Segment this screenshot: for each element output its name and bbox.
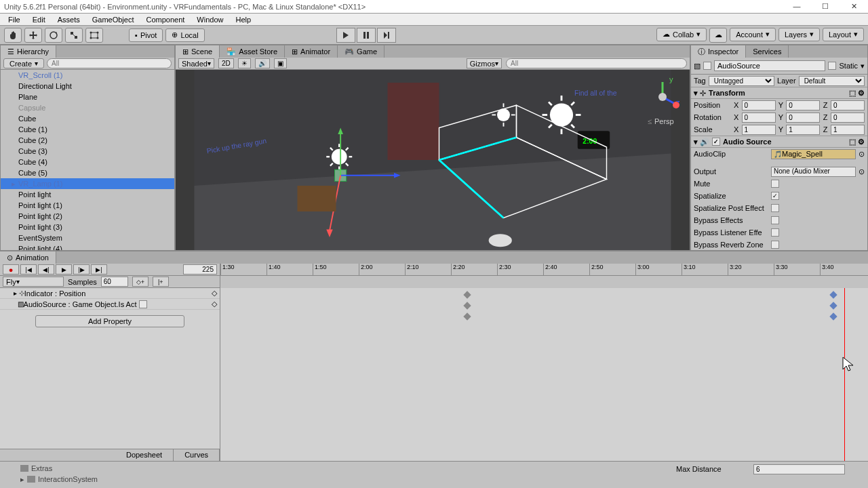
hierarchy-item[interactable]: Point light (3) (1, 222, 174, 232)
clip-dropdown[interactable]: Fly ▾ (3, 277, 64, 287)
prev-frame-button[interactable]: ◀| (38, 264, 54, 274)
rotation-y[interactable] (786, 113, 820, 123)
local-toggle[interactable]: ⊕ Local (165, 28, 204, 42)
hierarchy-item[interactable]: VR_Lamp (1) (1, 178, 174, 189)
transform-header[interactable]: ▾ ⊹ Transform⬚ ⚙ (691, 87, 867, 99)
record-button[interactable]: ● (3, 264, 19, 274)
hierarchy-item[interactable]: Point light (1) (1, 200, 174, 211)
next-frame-button[interactable]: |▶ (73, 264, 90, 274)
mute-checkbox[interactable] (771, 180, 779, 188)
scale-x[interactable] (742, 125, 776, 135)
animation-timeline[interactable] (220, 288, 868, 461)
services-tab[interactable]: Services (746, 45, 789, 58)
hierarchy-item[interactable]: Point light (2) (1, 211, 174, 222)
menu-file[interactable]: File (3, 14, 26, 25)
asset-store-tab[interactable]: 🏪 Asset Store (220, 45, 285, 58)
layout-dropdown[interactable]: Layout ▾ (823, 28, 864, 41)
rect-tool[interactable] (85, 28, 103, 43)
collab-dropdown[interactable]: ☁ Collab ▾ (656, 28, 707, 41)
cloud-button[interactable]: ☁ (709, 28, 727, 43)
move-tool[interactable] (24, 28, 42, 43)
menu-window[interactable]: Window (191, 14, 229, 25)
animator-tab[interactable]: ⊞ Animator (285, 45, 338, 58)
samples-field[interactable] (101, 277, 128, 287)
hierarchy-tab[interactable]: ☰ Hierarchy (1, 45, 56, 58)
add-property-button[interactable]: Add Property (35, 315, 184, 327)
position-x[interactable] (742, 100, 776, 110)
rotation-z[interactable] (831, 113, 865, 123)
active-checkbox[interactable] (703, 62, 711, 70)
position-y[interactable] (786, 100, 820, 110)
timeline-ruler[interactable]: 1:301:401:502:002:102:202:302:402:503:00… (220, 264, 868, 276)
menu-gameobject[interactable]: GameObject (87, 14, 140, 25)
hierarchy-item[interactable]: Cube (4) (1, 157, 174, 167)
scale-y[interactable] (786, 125, 820, 135)
hierarchy-item[interactable]: Cube (1, 113, 174, 124)
fx-toggle[interactable]: ▣ (274, 58, 287, 68)
2d-toggle[interactable]: 2D (218, 58, 234, 68)
bypass-reverb-checkbox[interactable] (771, 241, 779, 249)
playhead[interactable] (844, 288, 845, 461)
play-button[interactable] (336, 28, 355, 43)
object-name-field[interactable] (714, 60, 825, 71)
step-button[interactable] (377, 28, 396, 43)
account-dropdown[interactable]: Account ▾ (730, 28, 776, 41)
scene-gizmo[interactable]: yz≤Persp (642, 77, 683, 117)
audio-toggle[interactable]: 🔊 (255, 58, 270, 68)
create-dropdown[interactable]: Create ▾ (3, 58, 44, 68)
scene-view[interactable]: Pick up the ray gun Find all of the 2:00 (176, 70, 690, 250)
scale-z[interactable] (831, 125, 865, 135)
audio-enabled-checkbox[interactable]: ✓ (712, 138, 720, 146)
bypass-listener-checkbox[interactable] (771, 228, 779, 237)
maximize-button[interactable]: ☐ (815, 2, 835, 11)
spatialize-checkbox[interactable]: ✓ (771, 192, 779, 200)
lighting-toggle[interactable]: ☀ (238, 58, 251, 68)
audioclip-field[interactable]: 🎵Magic_Spell (771, 149, 856, 159)
add-event-button[interactable]: |+ (153, 277, 169, 287)
tag-dropdown[interactable]: Untagged (709, 76, 774, 86)
bypass-effects-checkbox[interactable] (771, 216, 779, 224)
menu-help[interactable]: Help (230, 14, 256, 25)
pivot-toggle[interactable]: ▪ Pivot (129, 28, 163, 42)
scene-tab[interactable]: ⊞ Scene (176, 45, 220, 58)
shading-dropdown[interactable]: Shaded ▾ (178, 58, 214, 68)
frame-field[interactable] (183, 264, 217, 274)
layer-dropdown[interactable]: Default (799, 76, 865, 86)
menu-edit[interactable]: Edit (27, 14, 51, 25)
add-keyframe-button[interactable]: ◇+ (132, 277, 149, 287)
first-frame-button[interactable]: |◀ (20, 264, 37, 274)
hierarchy-item[interactable]: VR_Scroll (1) (1, 70, 174, 81)
hierarchy-item[interactable]: Capsule (1, 102, 174, 113)
hierarchy-item[interactable]: EventSystem (1, 232, 174, 243)
static-checkbox[interactable] (828, 62, 836, 70)
audio-source-header[interactable]: ▾ 🔊 ✓ Audio Source⬚ ⚙ (691, 136, 867, 148)
menu-component[interactable]: Component (140, 14, 190, 25)
scene-search[interactable] (506, 58, 687, 68)
last-frame-button[interactable]: ▶| (91, 264, 107, 274)
inspector-tab[interactable]: ⓘ Inspector (691, 45, 746, 58)
hierarchy-item[interactable]: Plane (1, 92, 174, 102)
position-z[interactable] (831, 100, 865, 110)
folder-item[interactable]: ▸ InteractionSystem (20, 474, 673, 485)
hierarchy-item[interactable]: Point light (1, 189, 174, 200)
rotation-x[interactable] (742, 113, 776, 123)
anim-play-button[interactable]: ▶ (56, 264, 72, 274)
dopesheet-tab[interactable]: Dopesheet (115, 449, 174, 461)
scale-tool[interactable] (65, 28, 83, 43)
spatialize-post-checkbox[interactable] (771, 204, 779, 212)
layers-dropdown[interactable]: Layers ▾ (778, 28, 820, 41)
anim-property[interactable]: ▧ AudioSource : Game Object.Is Act◇ (0, 299, 220, 310)
hierarchy-item[interactable]: Cube (3) (1, 146, 174, 157)
menu-assets[interactable]: Assets (52, 14, 85, 25)
folder-item[interactable]: Extras (20, 463, 673, 474)
output-field[interactable]: None (Audio Mixer (771, 167, 856, 177)
curves-tab[interactable]: Curves (174, 449, 220, 461)
rotate-tool[interactable] (45, 28, 62, 43)
pause-button[interactable] (357, 28, 376, 43)
gizmos-dropdown[interactable]: Gizmos ▾ (467, 58, 502, 68)
hierarchy-item[interactable]: Cube (1) (1, 124, 174, 135)
hierarchy-search[interactable] (47, 58, 172, 68)
minimize-button[interactable]: — (787, 2, 807, 11)
close-button[interactable]: ✕ (844, 2, 864, 11)
hierarchy-item[interactable]: Point light (4) (1, 243, 174, 250)
